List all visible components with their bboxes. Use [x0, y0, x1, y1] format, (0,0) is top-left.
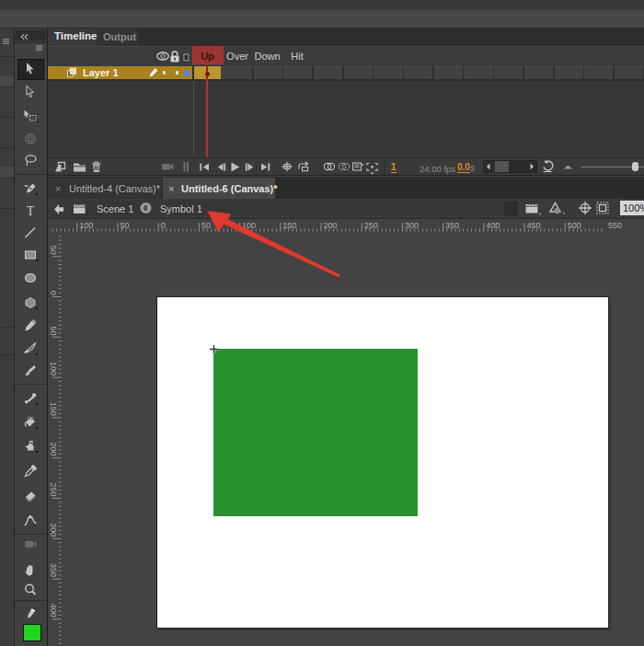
svg-text:T: T	[27, 203, 35, 217]
svg-text:50: 50	[49, 326, 58, 335]
svg-text:50: 50	[201, 221, 211, 230]
svg-text:150: 150	[282, 221, 296, 230]
svg-text:300: 300	[49, 523, 58, 536]
svg-text:450: 450	[527, 221, 541, 230]
svg-text:500: 500	[568, 221, 581, 230]
svg-text:50: 50	[121, 221, 130, 230]
svg-text:550: 550	[608, 221, 622, 230]
svg-text:350: 350	[49, 563, 58, 577]
svg-text:0: 0	[161, 221, 166, 230]
svg-text:400: 400	[486, 221, 500, 230]
svg-text:150: 150	[49, 402, 58, 416]
svg-text:400: 400	[49, 604, 58, 617]
svg-text:100: 100	[49, 362, 58, 375]
svg-text:200: 200	[49, 443, 58, 456]
svg-text:350: 350	[445, 221, 459, 230]
svg-text:100: 100	[242, 221, 256, 230]
svg-text:100: 100	[79, 221, 93, 230]
svg-text:200: 200	[324, 221, 338, 230]
svg-text:250: 250	[49, 482, 58, 496]
svg-text:0: 0	[49, 291, 58, 295]
svg-text:50: 50	[49, 246, 58, 255]
svg-text:250: 250	[364, 221, 378, 230]
svg-text:300: 300	[405, 221, 419, 230]
